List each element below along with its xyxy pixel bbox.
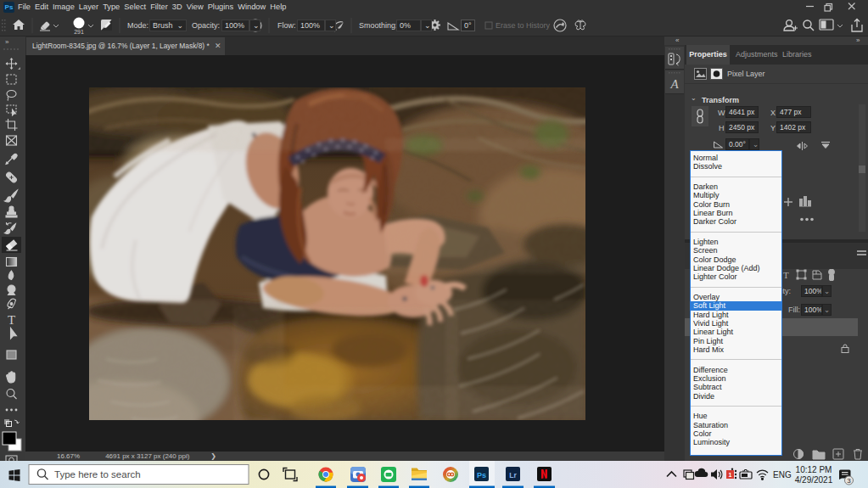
svg-text:291: 291 (74, 29, 84, 35)
svg-text:Lr: Lr (509, 471, 517, 480)
svg-text:10:12 PM: 10:12 PM (796, 465, 832, 474)
svg-text:T: T (783, 270, 789, 280)
svg-text:A: A (669, 77, 679, 91)
svg-text:»: » (5, 38, 9, 46)
svg-text:T: T (8, 313, 15, 327)
svg-text:Ps: Ps (477, 471, 486, 480)
svg-text:4/29/2021: 4/29/2021 (795, 475, 833, 485)
svg-text:3: 3 (847, 477, 851, 485)
svg-text:Type here to search: Type here to search (54, 469, 141, 480)
svg-text:ENG: ENG (773, 470, 792, 480)
svg-text:1: 1 (729, 472, 732, 478)
